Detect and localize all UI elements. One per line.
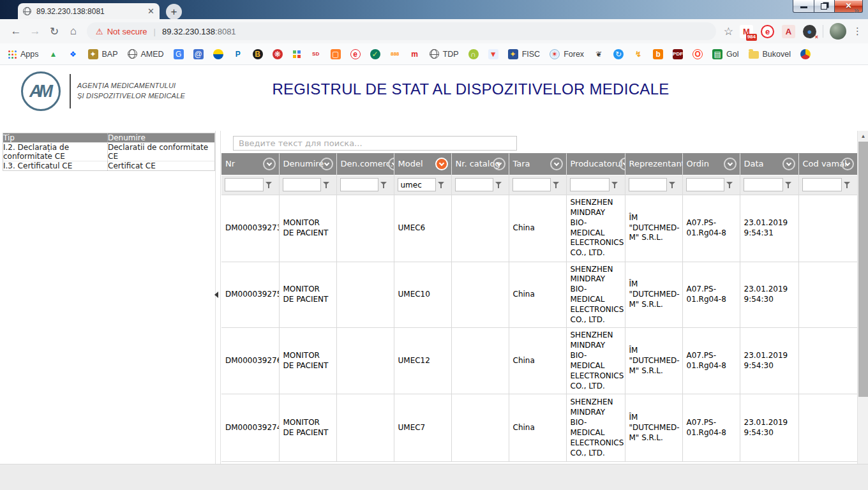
filter-funnel-icon[interactable] [380, 181, 388, 189]
table-row[interactable]: DM000039275MONITOR DE PACIENTUMEC10China… [221, 262, 857, 328]
column-header-data[interactable]: Data [740, 153, 798, 175]
bookmark-forex[interactable]: ✴Forex [550, 49, 584, 59]
bookmark-roundel-site[interactable] [800, 49, 811, 59]
bookmark-android[interactable]: ∩ [468, 49, 479, 59]
bookmark-bukovel[interactable]: Bukovel [749, 49, 791, 59]
bookmarks-overflow-chevron[interactable]: » [854, 4, 859, 15]
apps-menu[interactable]: Apps [8, 50, 39, 59]
table-row-selected[interactable]: DM000039276MONITOR DE PACIENTUMEC12China… [221, 328, 857, 394]
bookmark-drive[interactable]: ▲ [49, 49, 59, 59]
scroll-up-arrow-icon[interactable]: ▲ [858, 131, 868, 141]
adobe-acrobat-extension[interactable]: A [782, 25, 795, 38]
column-header-producatorul[interactable]: Producatorul [566, 153, 625, 175]
filter-funnel-icon[interactable] [726, 181, 734, 189]
bookmark-star-icon[interactable]: ☆ [724, 25, 733, 38]
address-bar[interactable]: ⚠ Not secure | 89.32.230.138 :8081 [87, 22, 716, 40]
column-header-den-comerc[interactable]: Den.comerc. [336, 153, 394, 175]
column-header-model[interactable]: Model [394, 153, 451, 175]
bookmark-check-site[interactable]: ✓ [370, 49, 380, 59]
bookmark-888[interactable]: 888 [390, 49, 400, 59]
column-header-ordin[interactable]: Ordin [682, 153, 740, 175]
reload-button[interactable]: ↻ [45, 22, 64, 41]
bookmark-gol[interactable]: ▤Gol [712, 49, 738, 59]
bookmark-e-site[interactable]: e [350, 49, 361, 59]
bookmark-m-site[interactable]: m [410, 49, 420, 59]
profile-avatar[interactable] [830, 23, 846, 40]
sort-chevron-down-icon[interactable] [263, 158, 276, 170]
filter-funnel-icon[interactable] [844, 181, 851, 189]
filter-input-data[interactable] [744, 178, 783, 191]
filter-input-tara[interactable] [513, 178, 551, 191]
filter-input-denumire[interactable] [283, 178, 321, 191]
filter-input-producatorul[interactable] [570, 178, 610, 191]
bookmark-fisc[interactable]: ✦FISC [508, 49, 540, 59]
back-button[interactable]: ← [6, 22, 26, 41]
column-header-nr[interactable]: Nr [221, 153, 279, 175]
bookmark-duotone-site[interactable] [213, 49, 223, 59]
filter-funnel-icon[interactable] [323, 181, 331, 189]
table-row[interactable]: DM000039273MONITOR DE PACIENTUMEC6ChinaS… [221, 195, 857, 262]
home-button[interactable]: ⌂ [64, 22, 83, 41]
sidebar-row[interactable]: I.3. Certificatul CECertificat CE [3, 161, 214, 170]
gmail-extension[interactable]: M984 [740, 25, 753, 38]
scrollbar-thumb[interactable] [858, 142, 868, 397]
filter-input-nr[interactable] [225, 178, 264, 191]
column-header-cod-vamal[interactable]: Cod vamal [798, 153, 857, 175]
collapse-sidebar-arrow-icon[interactable] [214, 292, 218, 298]
bookmark-bap[interactable]: ✦BAP [88, 49, 118, 59]
filter-input-nr-catalog[interactable] [455, 178, 493, 191]
bookmark-tdp[interactable]: TDP [430, 49, 459, 59]
forward-button[interactable]: → [26, 22, 45, 41]
sort-chevron-down-icon[interactable] [782, 158, 795, 170]
bookmark-dropbox[interactable]: ❖ [68, 49, 79, 59]
bookmark-sd[interactable]: SD [311, 49, 321, 59]
filter-funnel-icon[interactable] [785, 181, 793, 189]
filter-input-model[interactable] [398, 178, 436, 191]
bookmark-shop-bag[interactable]: ▢ [331, 49, 341, 59]
sort-chevron-down-icon[interactable] [724, 158, 737, 170]
column-header-nr-catalog[interactable]: Nr. catalog [451, 153, 509, 175]
bookmark-o-site[interactable]: O [692, 49, 703, 59]
filter-funnel-icon[interactable] [553, 181, 560, 189]
filter-funnel-icon[interactable] [438, 181, 445, 189]
privacy-lock-extension[interactable]: ●× [803, 25, 816, 38]
bookmark-translate[interactable]: G [174, 49, 184, 59]
bookmark-tiles-site[interactable] [292, 50, 301, 59]
filter-funnel-icon[interactable] [669, 181, 677, 189]
e-extension[interactable]: e [761, 25, 774, 38]
new-tab-button[interactable]: + [166, 4, 182, 20]
bookmark-red-site[interactable]: ❋ [273, 49, 283, 59]
filter-funnel-icon[interactable] [611, 181, 619, 189]
sort-chevron-down-icon[interactable] [493, 158, 505, 170]
menu-kebab-icon[interactable]: ⋮ [853, 26, 862, 37]
sort-chevron-down-icon[interactable] [841, 158, 854, 170]
panel-splitter[interactable] [215, 131, 221, 490]
bookmark-chart[interactable]: ↯ [633, 49, 643, 59]
filter-input-ordin[interactable] [686, 178, 724, 191]
bookmark-emblem[interactable]: ❦ [594, 49, 604, 59]
filter-input-cod-vamal[interactable] [802, 178, 842, 191]
bookmark-swirl[interactable]: ↻ [613, 49, 624, 59]
restore-button[interactable] [814, 0, 835, 13]
browser-tab[interactable]: 89.32.230.138:8081 ✕ [18, 3, 160, 19]
bookmark-pdf[interactable]: PDF [673, 49, 683, 59]
bookmark-b-site[interactable]: b [653, 49, 663, 59]
column-header-denumire[interactable]: Denumire [279, 153, 336, 175]
sidebar-row[interactable]: I.2. Declarația de conformitate CEDeclar… [3, 142, 214, 161]
filter-input-reprezentant[interactable] [629, 178, 667, 191]
bookmark-amed[interactable]: AMED [128, 49, 164, 59]
filter-funnel-icon[interactable] [266, 181, 273, 189]
search-input[interactable] [233, 136, 517, 151]
filter-input-den-comerc[interactable] [340, 178, 378, 191]
sort-chevron-down-icon[interactable] [320, 158, 333, 170]
column-header-tara[interactable]: Tara [509, 153, 566, 175]
table-row[interactable]: DM000039274MONITOR DE PACIENTUMEC7ChinaS… [221, 394, 857, 462]
sort-chevron-down-icon[interactable] [550, 158, 563, 170]
bookmark-mail-at[interactable]: @ [193, 49, 204, 59]
minimize-button[interactable] [793, 0, 814, 13]
vertical-scrollbar[interactable]: ▲ ▼ [857, 131, 868, 490]
bookmark-maps[interactable]: ▼ [488, 49, 498, 59]
bookmark-paypal[interactable]: P [233, 49, 243, 59]
tab-close-icon[interactable]: ✕ [147, 7, 154, 15]
bookmark-coin[interactable]: B [253, 49, 263, 59]
